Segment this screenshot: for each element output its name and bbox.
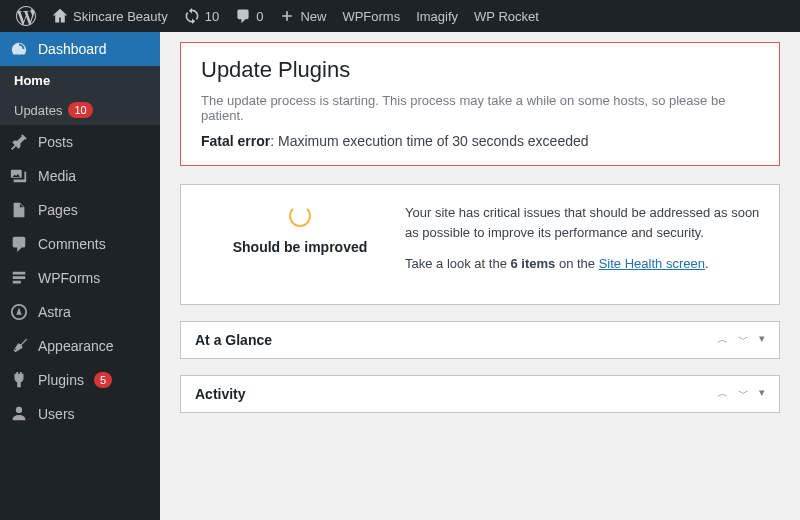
brush-icon — [10, 337, 28, 355]
widget-handle-actions: ︿ ﹀ ▾ — [717, 332, 765, 347]
move-down-icon[interactable]: ﹀ — [738, 386, 749, 401]
menu-appearance[interactable]: Appearance — [0, 329, 160, 363]
move-up-icon[interactable]: ︿ — [717, 332, 728, 347]
menu-wpforms[interactable]: WPForms — [0, 261, 160, 295]
media-icon — [10, 167, 28, 185]
pin-icon — [10, 133, 28, 151]
menu-users[interactable]: Users — [0, 397, 160, 431]
update-icon — [184, 8, 200, 24]
site-health-link[interactable]: Site Health screen — [599, 256, 705, 271]
site-health-status: Should be improved — [195, 239, 405, 255]
wp-logo[interactable] — [8, 0, 44, 32]
site-health-widget: Should be improved Your site has critica… — [180, 184, 780, 305]
menu-media[interactable]: Media — [0, 159, 160, 193]
dashboard-submenu: Home Updates 10 — [0, 66, 160, 125]
comment-icon — [10, 235, 28, 253]
dashboard-icon — [10, 40, 28, 58]
astra-icon — [10, 303, 28, 321]
user-icon — [10, 405, 28, 423]
updates-link[interactable]: 10 — [176, 0, 227, 32]
page-icon — [10, 201, 28, 219]
site-health-summary: Your site has critical issues that shoul… — [405, 203, 765, 242]
page-title: Update Plugins — [201, 57, 759, 83]
adminbar-link-wprocket[interactable]: WP Rocket — [466, 0, 547, 32]
admin-toolbar: Skincare Beauty 10 0 New WPForms Imagify… — [0, 0, 800, 32]
move-down-icon[interactable]: ﹀ — [738, 332, 749, 347]
site-name: Skincare Beauty — [73, 9, 168, 24]
update-error-panel: Update Plugins The update process is sta… — [180, 42, 780, 166]
move-up-icon[interactable]: ︿ — [717, 386, 728, 401]
toggle-icon[interactable]: ▾ — [759, 332, 765, 347]
adminbar-link-wpforms[interactable]: WPForms — [334, 0, 408, 32]
admin-sidebar: Dashboard Home Updates 10 Posts Media Pa… — [0, 32, 160, 520]
main-content: Update Plugins The update process is sta… — [160, 32, 800, 520]
home-icon — [52, 8, 68, 24]
updates-count: 10 — [205, 9, 219, 24]
form-icon — [10, 269, 28, 287]
plugins-badge: 5 — [94, 372, 112, 388]
menu-dashboard[interactable]: Dashboard — [0, 32, 160, 66]
loading-spinner-icon — [289, 205, 311, 227]
menu-plugins[interactable]: Plugins5 — [0, 363, 160, 397]
toggle-icon[interactable]: ▾ — [759, 386, 765, 401]
menu-comments[interactable]: Comments — [0, 227, 160, 261]
comments-count: 0 — [256, 9, 263, 24]
plus-icon — [279, 8, 295, 24]
adminbar-link-imagify[interactable]: Imagify — [408, 0, 466, 32]
widget-activity[interactable]: Activity ︿ ﹀ ▾ — [180, 375, 780, 413]
menu-pages[interactable]: Pages — [0, 193, 160, 227]
updates-badge: 10 — [68, 102, 92, 118]
new-content-link[interactable]: New — [271, 0, 334, 32]
widget-at-a-glance[interactable]: At a Glance ︿ ﹀ ▾ — [180, 321, 780, 359]
comment-icon — [235, 8, 251, 24]
submenu-home[interactable]: Home — [0, 66, 160, 95]
plugin-icon — [10, 371, 28, 389]
new-label: New — [300, 9, 326, 24]
menu-posts[interactable]: Posts — [0, 125, 160, 159]
comments-link[interactable]: 0 — [227, 0, 271, 32]
menu-astra[interactable]: Astra — [0, 295, 160, 329]
widget-handle-actions: ︿ ﹀ ▾ — [717, 386, 765, 401]
site-health-cta: Take a look at the 6 items on the Site H… — [405, 254, 765, 274]
submenu-updates[interactable]: Updates 10 — [0, 95, 160, 125]
update-status-text: The update process is starting. This pro… — [201, 93, 759, 123]
fatal-error-text: Fatal error: Maximum execution time of 3… — [201, 133, 759, 149]
site-name-link[interactable]: Skincare Beauty — [44, 0, 176, 32]
